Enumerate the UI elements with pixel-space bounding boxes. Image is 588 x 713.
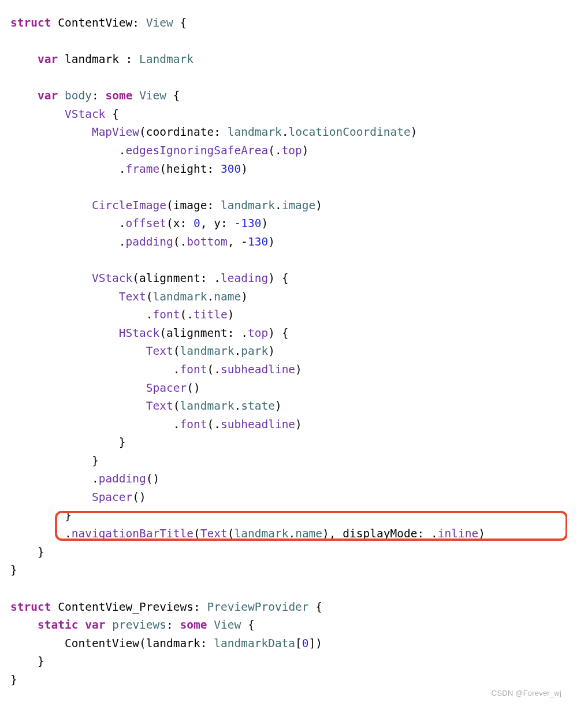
id-landmarkData: landmarkData [214,637,295,650]
call-navigationBarTitle: navigationBarTitle [72,527,193,540]
id-landmark: landmark [65,53,119,66]
call-font: font [153,308,180,321]
watermark-text: CSDN @Forever_wj [492,687,561,699]
type-PreviewProvider: PreviewProvider [207,600,309,614]
call-padding: padding [126,235,173,248]
call-offset: offset [126,217,166,230]
code-block: struct ContentView: View { var landmark … [10,14,557,689]
kw-var: var [38,53,58,66]
type-View: View [146,16,173,29]
type-ContentView: ContentView [58,16,132,29]
call-edgesIgnoringSafeArea: edgesIgnoringSafeArea [126,144,269,157]
call-Spacer: Spacer [146,381,187,395]
kw-struct: struct [10,16,51,29]
call-frame: frame [126,162,160,176]
type-Landmark: Landmark [139,53,193,66]
id-previews: previews [112,618,166,632]
kw-some: some [105,89,132,102]
call-Text: Text [119,290,146,303]
kw-static: static [38,618,78,632]
id-body: body [65,89,92,102]
call-CircleImage: CircleImage [92,199,166,212]
type-ContentView_Previews: ContentView_Previews [58,600,193,614]
call-HStack: HStack [119,326,159,340]
call-VStack: VStack [65,107,105,121]
call-MapView: MapView [92,125,139,139]
